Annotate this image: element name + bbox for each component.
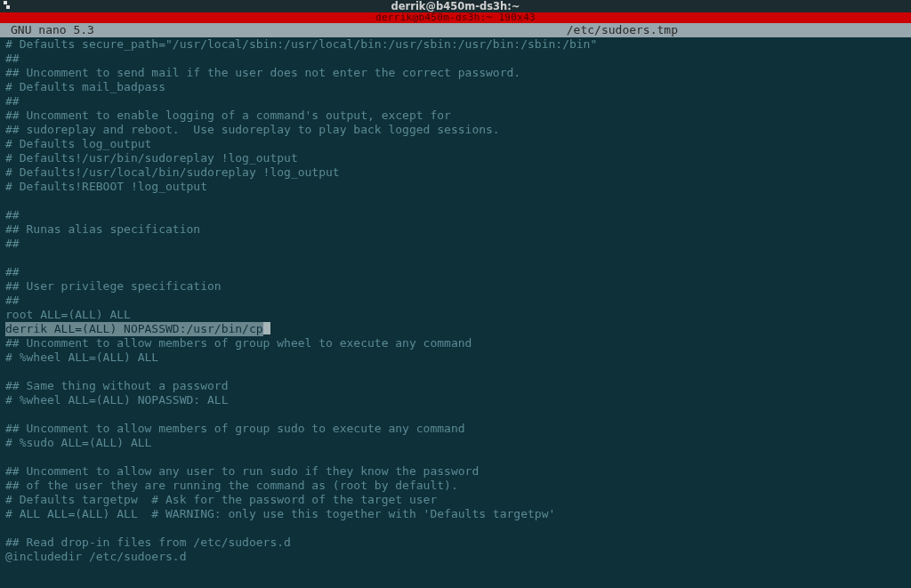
nano-filename: /etc/sudoers.tmp (567, 23, 900, 37)
window-subtitle-bar: derrik@b450m-ds3h:~ 190x43 (0, 12, 911, 23)
editor-line[interactable]: ## (5, 294, 906, 308)
editor-line[interactable]: ## Uncomment to allow members of group w… (5, 336, 906, 350)
editor-line[interactable]: ## (5, 52, 906, 66)
editor-line[interactable] (5, 365, 906, 379)
editor-line[interactable]: derrik ALL=(ALL) NOPASSWD:/usr/bin/cp (5, 322, 906, 336)
editor-line[interactable]: ## (5, 208, 906, 222)
editor-line[interactable]: ## (5, 94, 906, 109)
editor-line[interactable]: ## Uncomment to allow members of group s… (5, 422, 906, 436)
editor-line[interactable]: # ALL ALL=(ALL) ALL # WARNING: only use … (5, 507, 906, 521)
editor-area[interactable]: # Defaults secure_path="/usr/local/sbin:… (0, 37, 911, 564)
editor-line[interactable]: ## Uncomment to send mail if the user do… (5, 66, 906, 80)
text-cursor (263, 322, 270, 334)
app-icon (4, 1, 12, 10)
editor-line[interactable] (5, 407, 906, 422)
editor-line[interactable]: ## Same thing without a password (5, 379, 906, 393)
editor-line[interactable]: @includedir /etc/sudoers.d (5, 550, 906, 564)
editor-line[interactable] (5, 450, 906, 464)
editor-line[interactable]: ## User privilege specification (5, 279, 906, 294)
editor-line[interactable]: ## (5, 237, 906, 251)
editor-line[interactable] (5, 194, 906, 208)
editor-line[interactable]: # Defaults mail_badpass (5, 80, 906, 94)
editor-line[interactable]: ## Uncomment to enable logging of a comm… (5, 109, 906, 123)
editor-line[interactable]: ## Read drop-in files from /etc/sudoers.… (5, 536, 906, 550)
editor-line[interactable]: # Defaults secure_path="/usr/local/sbin:… (5, 37, 906, 52)
editor-line[interactable] (5, 521, 906, 536)
editor-line[interactable]: ## of the user they are running the comm… (5, 479, 906, 493)
editor-line[interactable] (5, 251, 906, 265)
editor-line[interactable]: # %wheel ALL=(ALL) ALL (5, 350, 906, 365)
editor-line[interactable]: ## sudoreplay and reboot. Use sudoreplay… (5, 123, 906, 137)
editor-line[interactable]: # Defaults targetpw # Ask for the passwo… (5, 493, 906, 507)
editor-line[interactable]: # %wheel ALL=(ALL) NOPASSWD: ALL (5, 393, 906, 407)
editor-line[interactable]: ## (5, 265, 906, 279)
editor-line[interactable]: ## Runas alias specification (5, 222, 906, 237)
editor-line[interactable]: root ALL=(ALL) ALL (5, 308, 906, 322)
editor-line[interactable]: # Defaults!/usr/local/bin/sudoreplay !lo… (5, 165, 906, 180)
editor-line[interactable]: # Defaults!REBOOT !log_output (5, 180, 906, 194)
window-titlebar[interactable]: derrik@b450m-ds3h:~ (0, 0, 911, 12)
nano-app-label: GNU nano 5.3 (11, 23, 94, 37)
editor-line[interactable]: # Defaults!/usr/bin/sudoreplay !log_outp… (5, 151, 906, 165)
window-title: derrik@b450m-ds3h:~ (391, 0, 520, 13)
editor-line[interactable]: # %sudo ALL=(ALL) ALL (5, 436, 906, 450)
nano-status-bar: GNU nano 5.3 /etc/sudoers.tmp (0, 23, 911, 37)
editor-line[interactable]: # Defaults log_output (5, 137, 906, 151)
editor-line[interactable]: ## Uncomment to allow any user to run su… (5, 464, 906, 479)
highlighted-line: derrik ALL=(ALL) NOPASSWD:/usr/bin/cp (5, 322, 263, 336)
